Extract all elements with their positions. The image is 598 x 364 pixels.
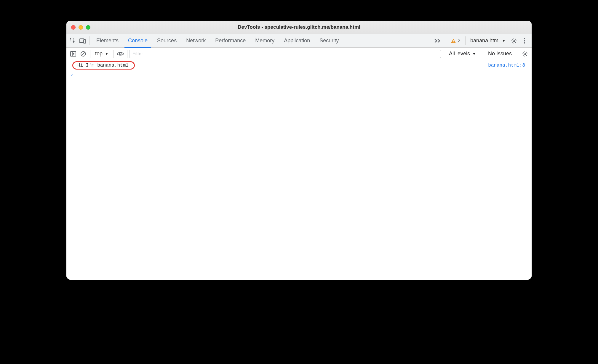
log-row[interactable]: Hi I'm banana.html banana.html:8 <box>66 60 532 71</box>
tab-sources[interactable]: Sources <box>152 34 181 47</box>
warning-icon <box>451 38 456 44</box>
target-context-select[interactable]: banana.html ▼ <box>467 34 509 47</box>
eye-icon <box>117 51 124 56</box>
tab-elements[interactable]: Elements <box>92 34 123 47</box>
context-label: banana.html <box>470 38 500 44</box>
divider <box>443 50 443 58</box>
window-title: DevTools - speculative-rules.glitch.me/b… <box>66 24 532 30</box>
gear-icon <box>511 38 517 44</box>
log-message: Hi I'm banana.html <box>77 63 129 68</box>
clear-icon <box>80 51 86 57</box>
panel-tabs: Elements Console Sources Network Perform… <box>92 34 343 47</box>
tab-memory[interactable]: Memory <box>250 34 279 47</box>
filter-input[interactable] <box>129 50 441 58</box>
minimize-window-button[interactable] <box>79 25 83 30</box>
svg-rect-1 <box>80 39 84 42</box>
devtools-window: DevTools - speculative-rules.glitch.me/b… <box>66 21 532 280</box>
settings-button[interactable] <box>509 34 519 47</box>
divider <box>90 50 90 58</box>
svg-marker-11 <box>73 53 75 55</box>
tab-network[interactable]: Network <box>181 34 210 47</box>
inspect-element-icon[interactable] <box>68 34 78 47</box>
tab-label: Memory <box>255 38 274 44</box>
device-toolbar-icon[interactable] <box>78 34 88 47</box>
traffic-lights <box>66 25 90 30</box>
svg-point-15 <box>524 53 526 55</box>
log-levels-label: All levels <box>449 51 470 57</box>
console-toolbar: top ▼ All levels ▼ No Issues <box>66 48 532 60</box>
log-levels-select[interactable]: All levels ▼ <box>445 51 480 57</box>
divider <box>113 50 113 58</box>
close-window-button[interactable] <box>71 25 76 30</box>
tab-label: Network <box>186 38 206 44</box>
tab-application[interactable]: Application <box>279 34 315 47</box>
more-options-button[interactable] <box>519 34 530 47</box>
gear-icon <box>522 51 528 57</box>
tab-label: Sources <box>157 38 177 44</box>
titlebar: DevTools - speculative-rules.glitch.me/b… <box>66 21 532 34</box>
divider <box>89 36 90 45</box>
tab-label: Console <box>128 38 148 44</box>
tab-console[interactable]: Console <box>123 34 152 47</box>
chevron-down-icon: ▼ <box>502 39 506 43</box>
divider <box>518 50 518 58</box>
issues-button[interactable]: No Issues <box>484 51 516 57</box>
divider <box>127 50 127 58</box>
log-source-link[interactable]: banana.html:8 <box>488 63 525 68</box>
tab-label: Application <box>284 38 310 44</box>
warning-count: 2 <box>458 38 461 44</box>
console-settings-button[interactable] <box>520 51 530 57</box>
svg-point-8 <box>524 42 525 44</box>
svg-rect-3 <box>453 40 454 41</box>
divider <box>465 36 466 45</box>
console-prompt[interactable]: › <box>66 71 532 79</box>
live-expression-button[interactable] <box>115 51 125 56</box>
log-message-highlight: Hi I'm banana.html <box>72 61 135 70</box>
tab-performance[interactable]: Performance <box>210 34 250 47</box>
execution-context-label: top <box>95 51 103 57</box>
tab-label: Performance <box>215 38 246 44</box>
svg-line-13 <box>82 52 85 55</box>
svg-rect-2 <box>84 40 86 43</box>
execution-context-select[interactable]: top ▼ <box>92 51 111 57</box>
divider <box>482 50 482 58</box>
kebab-icon <box>524 38 525 44</box>
console-output: Hi I'm banana.html banana.html:8 › <box>66 60 532 280</box>
svg-point-6 <box>524 38 525 39</box>
tab-label: Elements <box>96 38 119 44</box>
svg-point-14 <box>119 53 121 54</box>
toggle-sidebar-button[interactable] <box>68 51 78 57</box>
divider <box>446 36 446 45</box>
chevron-down-icon: ▼ <box>105 52 108 56</box>
svg-point-7 <box>524 40 525 41</box>
tab-label: Security <box>319 38 339 44</box>
tab-security[interactable]: Security <box>315 34 343 47</box>
svg-rect-4 <box>453 42 454 42</box>
chevron-down-icon: ▼ <box>472 52 476 56</box>
issues-label: No Issues <box>488 51 512 57</box>
sidebar-icon <box>70 51 76 57</box>
devtools-tabstrip: Elements Console Sources Network Perform… <box>66 34 532 48</box>
warnings-button[interactable]: 2 <box>448 34 463 47</box>
clear-console-button[interactable] <box>78 51 88 57</box>
more-tabs-button[interactable] <box>431 34 444 47</box>
prompt-caret-icon: › <box>71 72 76 78</box>
svg-point-5 <box>513 40 515 42</box>
maximize-window-button[interactable] <box>86 25 90 30</box>
